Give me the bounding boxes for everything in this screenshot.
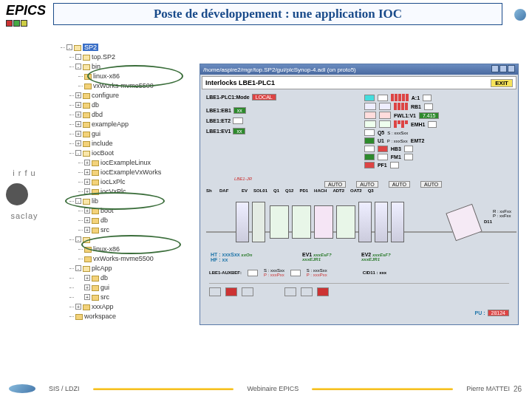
beamline-diagram: Sh DAF EV SOL01 Q1 Q12 PD1 HACH ADT2 OAT… [206, 180, 516, 261]
window-controls[interactable] [491, 65, 515, 74]
bl-label: Q1 [273, 188, 279, 193]
tree-item[interactable]: db [100, 274, 108, 282]
window-path: /home/aspire2/mgr/top.SP2/gui/plcSynop-4… [203, 66, 356, 73]
param-value [428, 121, 437, 128]
status-label: LBE1-AUXBEF: [209, 270, 242, 275]
bl-label: OAT2 [350, 188, 362, 193]
tree-item[interactable]: iocExampleVxWorks [100, 168, 161, 176]
epics-logo-squares [6, 20, 46, 27]
slide-header: EPICS Poste de développement : une appli… [0, 0, 532, 28]
tree-item[interactable]: src [100, 293, 109, 301]
tree-item[interactable]: xxxApp [92, 303, 114, 310]
param-value [423, 95, 432, 101]
bl-label: Q3 [368, 188, 374, 193]
footer-right: Pierre MATTEI [453, 385, 523, 392]
saclay-label: saclay [6, 211, 43, 220]
tree-item[interactable]: top.SP2 [92, 53, 115, 61]
ev-label: EV1 [302, 252, 312, 257]
component-hach[interactable] [336, 205, 355, 239]
divider [209, 283, 509, 284]
component-q3[interactable] [391, 202, 404, 242]
component-q12[interactable] [292, 205, 311, 239]
footer-mid: Webinaire EPICS [233, 385, 312, 392]
slide-footer: SIS / LDZI Webinaire EPICS Pierre MATTEI [0, 384, 532, 393]
component-ev[interactable] [236, 202, 249, 242]
bl-label: PD1 [299, 188, 308, 193]
bl-label: D11 [484, 219, 492, 224]
ht-label: HT : xxxSxx [211, 252, 240, 257]
synoptic-window: /home/aspire2/mgr/top.SP2/gui/plcSynop-4… [200, 64, 519, 325]
tree-item[interactable]: gui [100, 284, 109, 291]
tree-item[interactable]: vxWorks-mvme5500 [93, 255, 154, 262]
component-magnet[interactable] [446, 204, 482, 242]
component-q1[interactable] [270, 205, 289, 239]
tree-item[interactable]: iocLxPlc [100, 178, 126, 185]
synoptic-title: Interlocks LBE1-PLC1 [205, 79, 275, 86]
cid-label: CID11 : xxx [363, 270, 386, 275]
file-tree[interactable]: -SP2 -top.SP2 -bin linux-x86 vxWorks-mvm… [58, 43, 187, 321]
component-oat[interactable] [375, 202, 388, 242]
row-label: LBE1:EB1 [206, 108, 231, 113]
ht-status: xxOn [241, 253, 252, 257]
mode-value: LOCAL [252, 94, 276, 100]
tree-item[interactable]: vxWorks-mvme5500 [93, 82, 154, 89]
ev-label: EV2 [361, 252, 371, 257]
component-sol[interactable] [252, 202, 265, 242]
mode-label: LBE1-PLC1:Mode [206, 95, 250, 100]
slide-title: Poste de développement : une application… [53, 3, 502, 25]
component-adt[interactable] [358, 202, 372, 242]
tree-item[interactable]: lib [92, 197, 98, 205]
indicator [233, 117, 243, 124]
tree-item[interactable]: boot [100, 207, 114, 214]
exit-button[interactable]: EXIT [491, 79, 513, 87]
epics-logo-text: EPICS [6, 3, 46, 18]
tree-item[interactable]: iocBoot [92, 149, 114, 157]
component-pd1[interactable] [314, 205, 333, 239]
param-label: Q5 [378, 130, 384, 135]
param-aux: S : xxxSxx [387, 131, 408, 135]
epics-logo-block: EPICS [6, 3, 46, 27]
tree-item[interactable]: db [92, 101, 99, 109]
indicator [364, 95, 375, 101]
tree-item[interactable]: linux-x86 [93, 245, 120, 253]
tree-item[interactable]: iocExampleLinux [100, 159, 151, 166]
window-titlebar[interactable]: /home/aspire2/mgr/top.SP2/gui/plcSynop-4… [200, 64, 518, 75]
indicator: xx [233, 107, 246, 114]
tree-item[interactable]: src [100, 226, 109, 233]
synoptic-body: LBE1-PLC1:Mode LOCAL LBE1:EB1 xx LBE1:ET… [202, 91, 516, 323]
param-value [424, 103, 433, 110]
tree-item[interactable]: dbd [92, 111, 103, 118]
bl-label: ADT2 [332, 188, 344, 193]
row-label: LBE1:ET2 [206, 118, 231, 123]
tree-item[interactable]: bin [92, 63, 100, 70]
bl-label: HACH [314, 188, 327, 193]
page-number: 26 [514, 385, 522, 393]
tree-item[interactable]: configure [92, 92, 119, 99]
param-aux: P : xxxSxx [387, 139, 408, 143]
tree-root[interactable]: SP2 [83, 44, 98, 51]
tree-item[interactable]: include [92, 140, 113, 147]
param-label: PF1 [378, 163, 387, 168]
param-label: EMT2 [411, 138, 425, 143]
param-label: A:1 [412, 95, 420, 100]
bl-label: EV [242, 188, 248, 193]
expand-icon[interactable]: - [66, 44, 72, 50]
status-row: LBE1-AUXBEF: S : xxxSxx P : xxxPxx S : x… [209, 268, 386, 277]
tree-item[interactable]: db [100, 216, 108, 224]
indicator [378, 95, 388, 101]
tree-item[interactable]: plcApp [92, 265, 112, 272]
cea-logo [6, 183, 28, 205]
param-label: FWL1:V1 [394, 113, 416, 118]
param-value: 7.415 [419, 112, 440, 119]
r-label: P : xxFxx [493, 214, 511, 218]
tree-item[interactable]: gui [92, 130, 100, 137]
param-label: HB3 [391, 146, 401, 151]
footer-left: SIS / LDZI [35, 385, 93, 392]
tree-item[interactable]: iocVxPlc [100, 188, 126, 195]
bl-label: Q12 [285, 188, 293, 193]
tree-item[interactable]: exampleApp [92, 120, 129, 128]
bullet-icon [514, 9, 526, 21]
tree-item[interactable]: linux-x86 [93, 72, 120, 80]
hf-label: HF : xx [211, 257, 228, 262]
tree-item[interactable]: workspace [84, 313, 116, 320]
